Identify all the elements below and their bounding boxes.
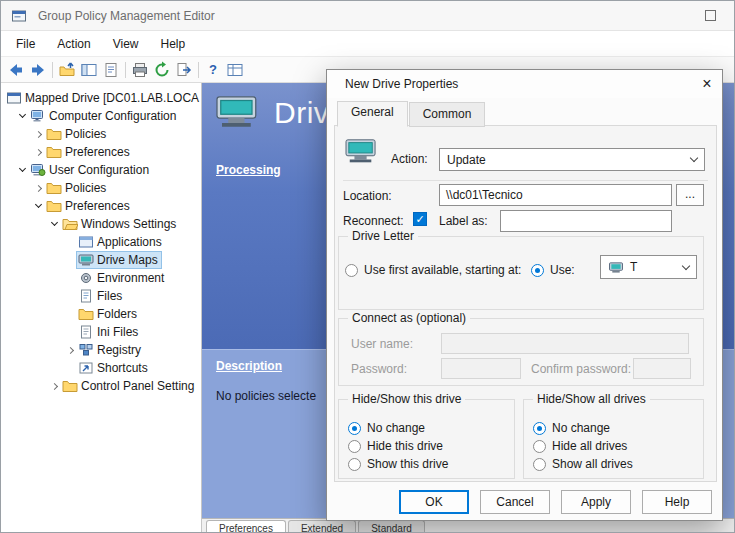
tab-general[interactable]: General bbox=[337, 101, 408, 127]
up-level-button[interactable] bbox=[56, 59, 78, 81]
all-no-change-option[interactable]: No change bbox=[533, 421, 610, 435]
chevron-right-icon[interactable] bbox=[34, 184, 41, 191]
menu-view[interactable]: View bbox=[102, 33, 150, 55]
chevron-down-icon[interactable] bbox=[18, 111, 25, 118]
tree-item-label: User Configuration bbox=[49, 163, 149, 177]
help-button[interactable]: ? bbox=[202, 59, 224, 81]
browse-button[interactable]: ... bbox=[676, 184, 704, 206]
tree-item-label: Control Panel Setting bbox=[81, 379, 194, 393]
radio-selected-icon[interactable] bbox=[348, 422, 361, 435]
label-as-input[interactable] bbox=[500, 210, 672, 232]
drive-maps-header-icon bbox=[214, 93, 260, 133]
hide-this-drive-option[interactable]: Hide this drive bbox=[348, 439, 443, 453]
confirm-password-input[interactable] bbox=[633, 358, 691, 379]
radio-unselected-icon[interactable] bbox=[345, 264, 358, 277]
tree-item-folders[interactable]: Folders bbox=[1, 305, 201, 323]
tree-item-ini-files[interactable]: Ini Files bbox=[1, 323, 201, 341]
refresh-icon bbox=[153, 61, 171, 79]
drive-letter-dropdown[interactable]: T bbox=[600, 255, 697, 279]
back-button[interactable] bbox=[5, 59, 27, 81]
radio-unselected-icon[interactable] bbox=[533, 440, 546, 453]
password-input[interactable] bbox=[441, 358, 521, 379]
chevron-right-icon[interactable] bbox=[66, 346, 73, 353]
hide-all-drives-option[interactable]: Hide all drives bbox=[533, 439, 627, 453]
tree-item-label: Drive Maps bbox=[97, 253, 158, 267]
print-button[interactable] bbox=[129, 59, 151, 81]
tree-item-computer-preferences[interactable]: Preferences bbox=[1, 143, 201, 161]
reconnect-label: Reconnect: bbox=[343, 214, 404, 228]
connect-as-legend: Connect as (optional) bbox=[348, 311, 470, 325]
tree-item-user-policies[interactable]: Policies bbox=[1, 179, 201, 197]
tab-preferences[interactable]: Preferences bbox=[206, 520, 286, 532]
user-configuration-icon bbox=[30, 163, 46, 177]
list-view-button[interactable] bbox=[224, 59, 246, 81]
help-button-dialog[interactable]: Help bbox=[642, 490, 712, 514]
menu-help[interactable]: Help bbox=[150, 33, 197, 55]
console-tree-icon bbox=[80, 61, 98, 79]
folder-icon bbox=[46, 199, 62, 213]
tab-extended[interactable]: Extended bbox=[288, 520, 356, 532]
radio-unselected-icon[interactable] bbox=[348, 458, 361, 471]
export-list-icon bbox=[175, 61, 193, 79]
processing-link[interactable]: Processing bbox=[216, 163, 281, 177]
menu-action[interactable]: Action bbox=[46, 33, 101, 55]
forward-button[interactable] bbox=[27, 59, 49, 81]
maximize-button[interactable] bbox=[705, 10, 716, 21]
tree-item-user-preferences[interactable]: Preferences bbox=[1, 197, 201, 215]
chevron-right-icon[interactable] bbox=[34, 130, 41, 137]
show-all-drives-option[interactable]: Show all drives bbox=[533, 457, 633, 471]
tree-item-environment[interactable]: Environment bbox=[1, 269, 201, 287]
refresh-button[interactable] bbox=[151, 59, 173, 81]
reconnect-checkbox[interactable]: ✓ bbox=[413, 212, 427, 226]
tree-item-control-panel-settings[interactable]: Control Panel Setting bbox=[1, 377, 201, 395]
tree-item-computer-policies[interactable]: Policies bbox=[1, 125, 201, 143]
password-label: Password: bbox=[351, 362, 407, 376]
chevron-down-icon[interactable] bbox=[50, 219, 57, 226]
toolbar-separator bbox=[125, 62, 126, 78]
radio-selected-icon[interactable] bbox=[531, 264, 544, 277]
this-no-change-option[interactable]: No change bbox=[348, 421, 425, 435]
chevron-right-icon[interactable] bbox=[50, 382, 57, 389]
tree-item-applications[interactable]: Applications bbox=[1, 233, 201, 251]
help-icon: ? bbox=[209, 62, 217, 77]
ok-button[interactable]: OK bbox=[399, 490, 469, 514]
apply-button[interactable]: Apply bbox=[561, 490, 631, 514]
radio-unselected-icon[interactable] bbox=[533, 458, 546, 471]
close-icon[interactable]: × bbox=[692, 72, 722, 96]
console-tree-button[interactable] bbox=[78, 59, 100, 81]
console-tree-pane: Mapped Drive [DC01.LAB.LOCA Computer Con… bbox=[1, 83, 202, 532]
location-input[interactable]: \\dc01\Tecnico bbox=[439, 184, 672, 206]
tree-item-files[interactable]: Files bbox=[1, 287, 201, 305]
menu-file[interactable]: File bbox=[5, 33, 46, 55]
tree-item-user-configuration[interactable]: User Configuration bbox=[1, 161, 201, 179]
tab-standard[interactable]: Standard bbox=[358, 520, 425, 532]
chevron-down-icon bbox=[690, 154, 698, 162]
export-list-button[interactable] bbox=[173, 59, 195, 81]
user-name-input[interactable] bbox=[441, 333, 689, 354]
shortcut-icon bbox=[78, 361, 94, 375]
description-link[interactable]: Description bbox=[216, 359, 282, 373]
tree-item-shortcuts[interactable]: Shortcuts bbox=[1, 359, 201, 377]
use-label: Use: bbox=[550, 263, 575, 277]
chevron-right-icon[interactable] bbox=[34, 148, 41, 155]
properties-button[interactable] bbox=[100, 59, 122, 81]
tree-item-label: Shortcuts bbox=[97, 361, 148, 375]
chevron-down-icon[interactable] bbox=[18, 165, 25, 172]
radio-unselected-icon[interactable] bbox=[348, 440, 361, 453]
folder-icon bbox=[46, 127, 62, 141]
tree-item-computer-configuration[interactable]: Computer Configuration bbox=[1, 107, 201, 125]
tree-item-drive-maps[interactable]: Drive Maps bbox=[1, 251, 201, 269]
show-this-drive-option[interactable]: Show this drive bbox=[348, 457, 448, 471]
chevron-down-icon[interactable] bbox=[34, 201, 41, 208]
radio-selected-icon[interactable] bbox=[533, 422, 546, 435]
cancel-button[interactable]: Cancel bbox=[480, 490, 550, 514]
use-option[interactable]: Use: bbox=[531, 263, 575, 277]
dialog-buttons: OK Cancel Apply Help bbox=[399, 490, 712, 514]
tab-common[interactable]: Common bbox=[409, 102, 486, 127]
use-first-available-option[interactable]: Use first available, starting at: bbox=[345, 263, 521, 277]
action-dropdown[interactable]: Update bbox=[439, 148, 705, 171]
tree-item-mapped-drive-root[interactable]: Mapped Drive [DC01.LAB.LOCA bbox=[1, 89, 201, 107]
tree-item-windows-settings[interactable]: Windows Settings bbox=[1, 215, 201, 233]
tree-item-registry[interactable]: Registry bbox=[1, 341, 201, 359]
menu-bar: File Action View Help bbox=[1, 31, 734, 57]
